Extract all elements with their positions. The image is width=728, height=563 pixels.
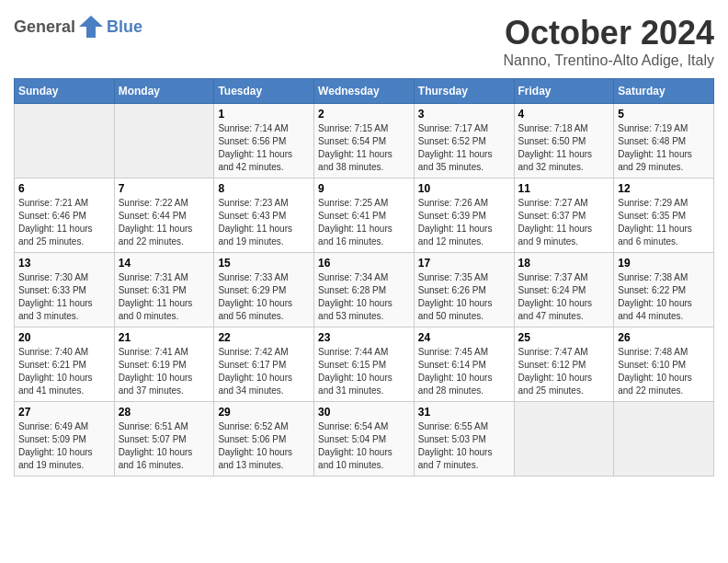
calendar-cell: 23Sunrise: 7:44 AMSunset: 6:15 PMDayligh… [314,327,415,402]
day-of-week-header: Friday [514,79,614,104]
day-info: Sunrise: 7:38 AMSunset: 6:22 PMDaylight:… [618,271,710,323]
day-number: 26 [618,331,710,344]
location-title: Nanno, Trentino-Alto Adige, Italy [504,52,714,69]
day-number: 27 [18,406,110,419]
calendar-cell: 18Sunrise: 7:37 AMSunset: 6:24 PMDayligh… [514,253,614,327]
calendar-cell: 12Sunrise: 7:29 AMSunset: 6:35 PMDayligh… [614,178,714,253]
day-info: Sunrise: 6:52 AMSunset: 5:06 PMDaylight:… [218,420,310,472]
calendar-cell: 31Sunrise: 6:55 AMSunset: 5:03 PMDayligh… [414,402,514,477]
day-number: 12 [618,182,710,195]
day-info: Sunrise: 6:55 AMSunset: 5:03 PMDaylight:… [418,420,510,472]
calendar-cell: 7Sunrise: 7:22 AMSunset: 6:44 PMDaylight… [114,178,214,253]
calendar-cell: 15Sunrise: 7:33 AMSunset: 6:29 PMDayligh… [214,253,314,327]
day-number: 22 [218,331,310,344]
svg-marker-0 [79,16,103,38]
calendar-cell: 25Sunrise: 7:47 AMSunset: 6:12 PMDayligh… [514,327,614,402]
month-title: October 2024 [504,14,714,52]
day-of-week-header: Wednesday [314,79,415,104]
day-info: Sunrise: 7:35 AMSunset: 6:26 PMDaylight:… [418,271,510,323]
day-number: 24 [418,331,510,344]
day-number: 15 [218,257,310,270]
title-block: October 2024 Nanno, Trentino-Alto Adige,… [504,14,714,69]
day-number: 16 [318,257,410,270]
day-info: Sunrise: 7:29 AMSunset: 6:35 PMDaylight:… [618,197,710,248]
day-info: Sunrise: 7:42 AMSunset: 6:17 PMDaylight:… [218,346,310,397]
calendar-cell: 2Sunrise: 7:15 AMSunset: 6:54 PMDaylight… [314,104,415,178]
calendar-cell: 14Sunrise: 7:31 AMSunset: 6:31 PMDayligh… [114,253,214,327]
day-number: 30 [318,406,410,419]
day-of-week-header: Sunday [15,79,115,104]
calendar-cell: 10Sunrise: 7:26 AMSunset: 6:39 PMDayligh… [414,178,514,253]
calendar-cell: 29Sunrise: 6:52 AMSunset: 5:06 PMDayligh… [214,402,314,477]
day-number: 4 [518,108,610,121]
day-info: Sunrise: 7:47 AMSunset: 6:12 PMDaylight:… [518,346,610,397]
day-info: Sunrise: 7:27 AMSunset: 6:37 PMDaylight:… [518,197,610,248]
day-info: Sunrise: 7:17 AMSunset: 6:52 PMDaylight:… [418,122,510,174]
day-info: Sunrise: 7:33 AMSunset: 6:29 PMDaylight:… [218,271,310,323]
day-number: 5 [618,108,710,121]
day-number: 20 [18,331,110,344]
day-number: 1 [218,108,310,121]
day-info: Sunrise: 7:44 AMSunset: 6:15 PMDaylight:… [318,346,410,397]
day-of-week-header: Monday [114,79,214,104]
day-number: 10 [418,182,510,195]
day-info: Sunrise: 7:14 AMSunset: 6:56 PMDaylight:… [218,122,310,174]
day-of-week-header: Tuesday [214,79,314,104]
day-info: Sunrise: 7:19 AMSunset: 6:48 PMDaylight:… [618,122,710,174]
day-number: 7 [119,182,210,195]
day-number: 13 [18,257,110,270]
logo-icon [77,14,105,40]
day-info: Sunrise: 7:22 AMSunset: 6:44 PMDaylight:… [119,197,210,248]
day-info: Sunrise: 6:49 AMSunset: 5:09 PMDaylight:… [18,420,110,472]
day-info: Sunrise: 7:34 AMSunset: 6:28 PMDaylight:… [318,271,410,323]
calendar-cell: 16Sunrise: 7:34 AMSunset: 6:28 PMDayligh… [314,253,415,327]
day-info: Sunrise: 7:21 AMSunset: 6:46 PMDaylight:… [18,197,110,248]
day-info: Sunrise: 7:48 AMSunset: 6:10 PMDaylight:… [618,346,710,397]
calendar-cell: 5Sunrise: 7:19 AMSunset: 6:48 PMDaylight… [614,104,714,178]
day-number: 29 [218,406,310,419]
day-info: Sunrise: 7:30 AMSunset: 6:33 PMDaylight:… [18,271,110,323]
calendar-cell: 28Sunrise: 6:51 AMSunset: 5:07 PMDayligh… [114,402,214,477]
day-number: 14 [119,257,210,270]
page-header: General Blue October 2024 Nanno, Trentin… [14,14,714,69]
calendar-cell: 8Sunrise: 7:23 AMSunset: 6:43 PMDaylight… [214,178,314,253]
calendar-table: SundayMondayTuesdayWednesdayThursdayFrid… [14,78,714,477]
calendar-cell: 3Sunrise: 7:17 AMSunset: 6:52 PMDaylight… [414,104,514,178]
calendar-cell [514,402,614,477]
calendar-cell: 20Sunrise: 7:40 AMSunset: 6:21 PMDayligh… [15,327,115,402]
day-info: Sunrise: 7:26 AMSunset: 6:39 PMDaylight:… [418,197,510,248]
day-info: Sunrise: 7:15 AMSunset: 6:54 PMDaylight:… [318,122,410,174]
calendar-cell: 22Sunrise: 7:42 AMSunset: 6:17 PMDayligh… [214,327,314,402]
day-info: Sunrise: 7:37 AMSunset: 6:24 PMDaylight:… [518,271,610,323]
calendar-cell: 1Sunrise: 7:14 AMSunset: 6:56 PMDaylight… [214,104,314,178]
calendar-cell: 30Sunrise: 6:54 AMSunset: 5:04 PMDayligh… [314,402,415,477]
day-number: 23 [318,331,410,344]
day-info: Sunrise: 7:41 AMSunset: 6:19 PMDaylight:… [119,346,210,397]
day-number: 31 [418,406,510,419]
day-number: 25 [518,331,610,344]
day-info: Sunrise: 7:25 AMSunset: 6:41 PMDaylight:… [318,197,410,248]
logo-blue: Blue [107,17,142,36]
calendar-cell: 17Sunrise: 7:35 AMSunset: 6:26 PMDayligh… [414,253,514,327]
day-of-week-header: Thursday [414,79,514,104]
day-number: 28 [119,406,210,419]
logo: General Blue [14,14,142,40]
day-info: Sunrise: 7:45 AMSunset: 6:14 PMDaylight:… [418,346,510,397]
calendar-cell: 19Sunrise: 7:38 AMSunset: 6:22 PMDayligh… [614,253,714,327]
day-number: 3 [418,108,510,121]
day-info: Sunrise: 7:18 AMSunset: 6:50 PMDaylight:… [518,122,610,174]
day-number: 19 [618,257,710,270]
calendar-cell: 11Sunrise: 7:27 AMSunset: 6:37 PMDayligh… [514,178,614,253]
day-number: 9 [318,182,410,195]
day-info: Sunrise: 7:40 AMSunset: 6:21 PMDaylight:… [18,346,110,397]
calendar-cell: 21Sunrise: 7:41 AMSunset: 6:19 PMDayligh… [114,327,214,402]
day-info: Sunrise: 6:54 AMSunset: 5:04 PMDaylight:… [318,420,410,472]
calendar-cell: 6Sunrise: 7:21 AMSunset: 6:46 PMDaylight… [15,178,115,253]
calendar-cell: 24Sunrise: 7:45 AMSunset: 6:14 PMDayligh… [414,327,514,402]
day-number: 11 [518,182,610,195]
day-number: 6 [18,182,110,195]
calendar-cell: 4Sunrise: 7:18 AMSunset: 6:50 PMDaylight… [514,104,614,178]
calendar-cell: 27Sunrise: 6:49 AMSunset: 5:09 PMDayligh… [15,402,115,477]
day-info: Sunrise: 7:23 AMSunset: 6:43 PMDaylight:… [218,197,310,248]
day-number: 2 [318,108,410,121]
